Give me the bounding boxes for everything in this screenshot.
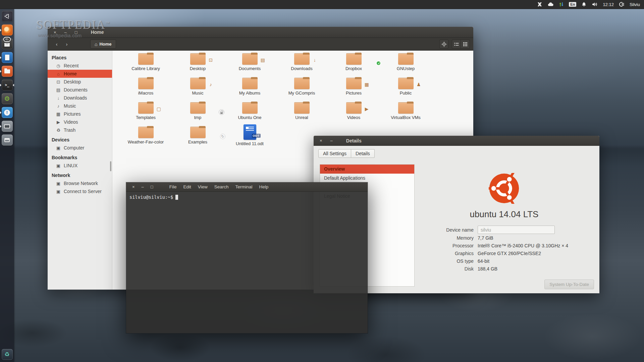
forward-button[interactable]: › — [62, 40, 72, 49]
file-item-icon — [328, 53, 380, 65]
sidebar-item-icon: ▤ — [56, 87, 61, 93]
session-menu-icon[interactable] — [619, 2, 625, 7]
details-nav-item[interactable]: Overview — [320, 165, 414, 174]
sidebar-scrollbar[interactable] — [110, 161, 111, 171]
sidebar-item[interactable]: ▣ LINUX — [48, 162, 112, 170]
field-label: Processor — [414, 243, 474, 248]
file-item[interactable]: My Albums — [224, 77, 276, 96]
file-item[interactable]: ↻ Examples — [172, 126, 224, 146]
file-item[interactable]: Calibre Library — [120, 52, 172, 71]
grid-view-button[interactable] — [461, 40, 470, 49]
file-manager-titlebar[interactable]: × – □ Home — [48, 27, 473, 38]
dock-item-update-notifier[interactable]: 81 — [0, 38, 14, 49]
dock-item-firefox[interactable] — [0, 24, 14, 36]
sidebar-item[interactable]: ▦ Pictures — [48, 110, 112, 118]
sidebar-item[interactable]: Places — [48, 52, 112, 62]
back-button[interactable]: ‹ — [52, 40, 62, 49]
file-item[interactable]: ⊡ Desktop — [172, 52, 224, 71]
dock-item-ubuntu-dash[interactable] — [0, 11, 14, 22]
file-item[interactable]: tmp — [172, 101, 224, 120]
dock-item-window-tool[interactable] — [0, 134, 14, 145]
network-arrows-icon[interactable] — [558, 2, 564, 7]
os-version-text: ubuntu 14.04 LTS — [414, 209, 594, 220]
sidebar-item[interactable]: ▣ Connect to Server — [48, 187, 112, 195]
details-nav-item[interactable]: Default Applications — [320, 174, 414, 183]
file-item-icon — [120, 78, 172, 89]
sidebar-item[interactable]: ▶ Videos — [48, 118, 112, 126]
maximize-icon[interactable]: □ — [75, 30, 77, 35]
dock-item-display-tool[interactable] — [0, 121, 14, 132]
details-titlebar[interactable]: × – Details — [314, 136, 599, 146]
dock-item-libreoffice[interactable] — [0, 52, 14, 63]
dock-item-trash[interactable]: ♻ — [0, 349, 14, 360]
sidebar-item[interactable]: Bookmarks — [48, 152, 112, 162]
file-item-label: Unreal — [276, 115, 328, 120]
file-item[interactable]: ♪ Music — [172, 77, 224, 96]
sidebar-item[interactable]: ⌂ Home — [48, 70, 112, 78]
file-item[interactable]: GNUstep — [380, 52, 432, 71]
breadcrumb[interactable]: ⌂ Home — [90, 40, 116, 49]
sidebar-item[interactable]: ♪ Music — [48, 102, 112, 110]
sidebar-item[interactable]: ▣ Browse Network — [48, 179, 112, 187]
pinwheel-indicator-icon[interactable] — [537, 2, 542, 7]
close-icon[interactable]: × — [54, 30, 56, 35]
cloud-sync-icon[interactable] — [547, 2, 553, 7]
file-item-label: Templates — [120, 115, 172, 120]
file-item[interactable]: Unreal — [276, 101, 328, 120]
sidebar-item[interactable]: ◷ Recent — [48, 62, 112, 70]
terminal-titlebar[interactable]: × – □ FileEditViewSearchTerminalHelp — [126, 182, 368, 192]
close-icon[interactable]: × — [132, 185, 135, 189]
menu-item[interactable]: File — [169, 184, 177, 189]
menu-item[interactable]: Terminal — [235, 184, 253, 189]
file-item-icon: ODT — [224, 124, 276, 140]
file-item[interactable]: Dropbox — [328, 52, 380, 71]
file-item[interactable]: ▶ Videos — [328, 101, 380, 120]
sidebar-item[interactable]: ▣ Computer — [48, 144, 112, 152]
bell-icon[interactable] — [581, 2, 587, 7]
menu-item[interactable]: Help — [259, 184, 269, 189]
file-item[interactable]: iMacros — [120, 77, 172, 96]
search-location-button[interactable] — [439, 40, 448, 49]
terminal-body[interactable]: silviu@silviu:~$ — [126, 192, 368, 333]
file-item[interactable]: My GCompris — [276, 77, 328, 96]
file-item[interactable]: ▢ Templates — [120, 101, 172, 120]
file-item[interactable]: ↓ Downloads — [276, 52, 328, 71]
sidebar-item[interactable]: ↓ Downloads — [48, 94, 112, 102]
username-text[interactable]: Silviu — [630, 2, 640, 7]
device-name-input[interactable] — [478, 226, 555, 234]
sidebar-item[interactable]: Network — [48, 170, 112, 179]
file-item[interactable]: ♟ Public — [380, 77, 432, 96]
details-overview-panel: ubuntu 14.04 LTS Device name Memory 7,7 … — [414, 164, 594, 277]
maximize-icon[interactable]: □ — [151, 185, 153, 189]
sidebar-item[interactable]: Devices — [48, 134, 112, 144]
minimize-icon[interactable]: – — [142, 185, 144, 189]
file-item[interactable]: ODT Untitled 11.odt — [224, 126, 276, 146]
dock-item-messaging[interactable]: ! — [0, 107, 14, 118]
dock-item-files[interactable] — [0, 66, 14, 77]
volume-icon[interactable] — [592, 2, 598, 7]
file-item[interactable]: Weather-Fav-color — [120, 126, 172, 146]
minimize-icon[interactable]: – — [64, 30, 67, 35]
list-view-button[interactable] — [452, 40, 461, 49]
dock-item-terminal[interactable]: >_ — [0, 79, 14, 90]
sidebar-item-label: Videos — [64, 119, 78, 125]
sidebar-item[interactable]: ▤ Documents — [48, 86, 112, 94]
keyboard-layout-indicator[interactable]: En — [569, 2, 576, 7]
minimize-icon[interactable]: – — [330, 138, 333, 143]
file-item[interactable]: ▤ Documents — [224, 52, 276, 71]
sidebar-item[interactable]: ♻ Trash — [48, 126, 112, 134]
clock-text[interactable]: 12:12 — [603, 2, 614, 7]
file-item[interactable]: ▦ Pictures — [328, 77, 380, 96]
sidebar-item[interactable]: ⊡ Desktop — [48, 78, 112, 86]
dock-item-settings[interactable]: ⚙ — [0, 93, 14, 104]
menu-item[interactable]: Edit — [183, 184, 191, 189]
system-up-to-date-button[interactable]: System Up-To-Date — [544, 280, 594, 289]
menu-item[interactable]: Search — [214, 184, 229, 189]
tab-details[interactable]: Details — [351, 149, 375, 158]
menu-item[interactable]: View — [198, 184, 208, 189]
file-item[interactable]: VirtualBox VMs — [380, 101, 432, 120]
tab-all-settings[interactable]: All Settings — [318, 149, 351, 158]
file-item-icon: ↻ — [172, 127, 224, 138]
file-item[interactable]: Ubuntu One — [224, 101, 276, 120]
close-icon[interactable]: × — [320, 138, 322, 143]
